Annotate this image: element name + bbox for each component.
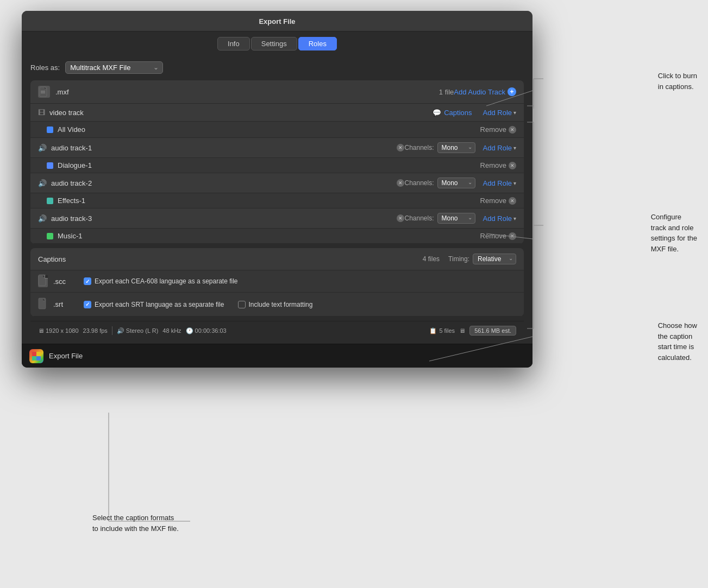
annotation-burn-captions: Click to burn in captions. (658, 71, 697, 92)
audio-1-speaker-icon (38, 143, 47, 152)
resolution-item: 🖥 1920 x 1080 (38, 327, 79, 334)
effects-1-remove-x-icon: ✕ (509, 197, 516, 205)
tab-roles[interactable]: Roles (298, 37, 337, 50)
video-track-icon (38, 108, 45, 117)
audio-track-3-row: audio track-3 ✕ Channels: Mono Stereo Ad… (30, 208, 524, 229)
audio-2-channels-label: Channels: (404, 179, 434, 187)
audio-2-chevron-down-icon: ▾ (513, 180, 516, 186)
track-list: .mxf 1 file Add Audio Track + video trac… (30, 80, 524, 244)
srt-ext: .srt (53, 300, 75, 308)
srt-checkbox[interactable] (84, 301, 91, 308)
audio-3-add-role-button[interactable]: Add Role ▾ (483, 214, 516, 223)
srt-file-icon (38, 298, 48, 311)
roles-as-select[interactable]: Multitrack MXF File Single File Multiple… (65, 61, 163, 74)
app-bar-title: Export File (49, 352, 83, 360)
tab-info[interactable]: Info (217, 37, 250, 50)
video-track-row: video track 💬 Captions Add Role ▾ (30, 104, 524, 122)
all-video-row: All Video Remove ✕ (30, 122, 524, 138)
all-video-name: All Video (58, 125, 480, 134)
audio-2-channels-select[interactable]: Mono Stereo (437, 178, 475, 188)
scc-checkbox[interactable] (84, 277, 91, 285)
files-count-text: 5 files (439, 327, 455, 334)
dialogue-1-remove-button[interactable]: Remove ✕ (480, 161, 516, 169)
audio-2-speaker-icon (38, 179, 47, 187)
mxf-file-icon (38, 86, 50, 98)
dialog-title: Export File (259, 17, 295, 26)
annotation-caption-timing: Choose how the caption start time is cal… (658, 320, 697, 363)
audio-1-close-icon[interactable]: ✕ (397, 144, 404, 151)
music-1-remove-x-icon: ✕ (509, 232, 516, 240)
add-audio-track-button[interactable]: Add Audio Track + (454, 87, 516, 96)
all-video-color-swatch (47, 127, 53, 133)
size-text: 561.6 MB est. (474, 327, 511, 334)
scc-checkbox-label: Export each CEA-608 language as a separa… (95, 277, 238, 285)
captions-section: Captions 4 files Timing: Relative Absolu… (30, 248, 524, 317)
audio-2-add-role-button[interactable]: Add Role ▾ (483, 179, 516, 187)
audio-1-channels-select[interactable]: Mono Stereo (437, 142, 475, 153)
dialogue-1-row: Dialogue-1 Remove ✕ (30, 158, 524, 173)
files-icon: 📋 (429, 327, 437, 334)
music-1-row: Music-1 Remove ✕ (30, 229, 524, 244)
timing-label: Timing: (448, 255, 469, 263)
audio-3-close-icon[interactable]: ✕ (397, 214, 404, 222)
dialog: Export File Info Settings Roles Roles as… (22, 11, 532, 368)
tab-settings[interactable]: Settings (251, 37, 297, 50)
annotation-caption-formats: Select the caption formats to include wi… (92, 513, 179, 534)
music-1-name: Music-1 (58, 232, 480, 240)
resolution-text: 1920 x 1080 (46, 327, 79, 334)
duration-item: 🕐 00:00:36:03 (186, 327, 227, 334)
scc-ext: .scc (53, 277, 75, 286)
audio-1-add-role-button[interactable]: Add Role ▾ (483, 144, 516, 152)
text-format-checkbox[interactable] (238, 301, 246, 308)
dialogue-1-name: Dialogue-1 (58, 161, 480, 169)
dialogue-1-remove-x-icon: ✕ (509, 162, 516, 169)
captions-section-title: Captions (38, 255, 423, 263)
monitor2-icon: 🖥 (459, 327, 465, 334)
title-bar: Export File (22, 11, 532, 31)
page-wrapper: Export File Info Settings Roles Roles as… (0, 0, 708, 588)
chevron-down-icon: ▾ (513, 110, 516, 116)
text-format-group: Include text formatting (238, 301, 312, 308)
scc-checkbox-row: Export each CEA-608 language as a separa… (84, 277, 516, 285)
audio-item: 🔊 Stereo (L R) (117, 327, 159, 334)
timing-select-wrapper: Relative Absolute (473, 254, 516, 264)
audio-2-close-icon[interactable]: ✕ (397, 179, 404, 187)
duration-text: 00:00:36:03 (195, 327, 227, 334)
audio-1-name: audio track-1 (51, 144, 394, 152)
status-divider-1 (112, 326, 112, 335)
app-icon (29, 349, 43, 363)
captions-file-count: 4 files (423, 255, 440, 263)
audio-1-chevron-down-icon: ▾ (513, 145, 516, 151)
audio-track-2-row: audio track-2 ✕ Channels: Mono Stereo Ad… (30, 173, 524, 193)
roles-as-select-wrapper: Multitrack MXF File Single File Multiple… (65, 61, 163, 74)
effects-1-color-swatch (47, 198, 53, 204)
scc-file-icon (38, 275, 48, 287)
mxf-file-count: 1 file (439, 88, 454, 96)
music-1-remove-button[interactable]: Remove ✕ (480, 232, 516, 240)
svg-rect-7 (32, 356, 36, 361)
audio-3-channels-select-wrapper: Mono Stereo (437, 213, 475, 224)
clock-icon: 🕐 (186, 327, 193, 334)
captions-header: Captions 4 files Timing: Relative Absolu… (30, 248, 524, 270)
sample-rate-text: 48 kHz (162, 327, 181, 334)
files-badge: 📋 5 files (429, 327, 455, 334)
srt-caption-row: .srt Export each SRT language as a separ… (30, 293, 524, 317)
dialogue-1-color-swatch (47, 162, 53, 169)
app-bar: Export File (22, 344, 532, 368)
video-add-role-button[interactable]: Add Role ▾ (483, 109, 516, 117)
captions-button[interactable]: 💬 Captions (433, 109, 472, 117)
audio-track-1-row: audio track-1 ✕ Channels: Mono Stereo Ad… (30, 138, 524, 158)
svg-rect-3 (39, 275, 46, 286)
roles-as-row: Roles as: Multitrack MXF File Single Fil… (30, 61, 524, 74)
captions-icon: 💬 (433, 109, 441, 117)
remove-x-icon: ✕ (509, 126, 516, 134)
effects-1-remove-button[interactable]: Remove ✕ (480, 197, 516, 205)
audio-3-name: audio track-3 (51, 214, 394, 223)
all-video-remove-button[interactable]: Remove ✕ (480, 125, 516, 134)
audio-text: Stereo (L R) (126, 327, 159, 334)
fps-text: 23.98 fps (83, 327, 108, 334)
effects-1-row: Effects-1 Remove ✕ (30, 193, 524, 208)
audio-3-channels-select[interactable]: Mono Stereo (437, 213, 475, 224)
timing-select[interactable]: Relative Absolute (473, 254, 516, 264)
status-bar: 🖥 1920 x 1080 23.98 fps 🔊 Stereo (L R) 4… (30, 321, 524, 340)
